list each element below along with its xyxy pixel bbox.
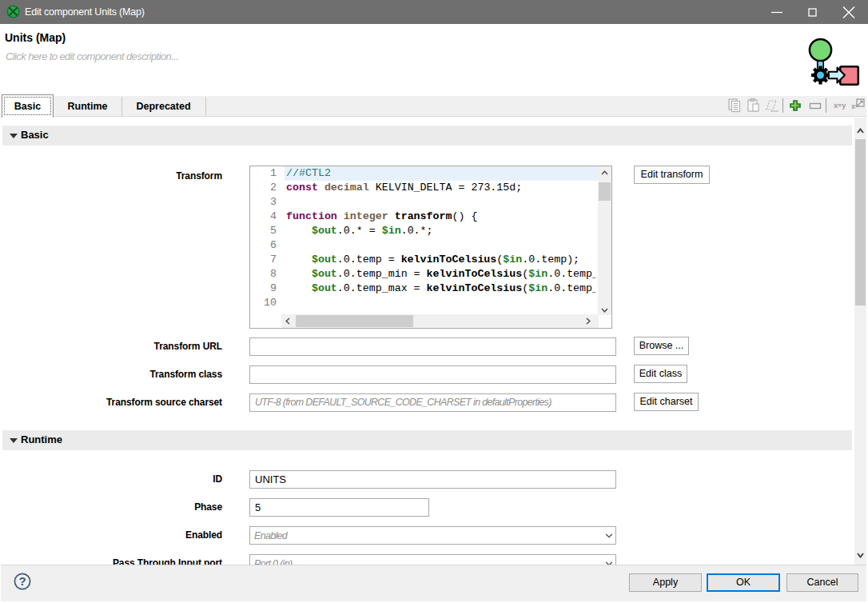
svg-text:x=y: x=y <box>834 102 846 110</box>
svg-text:?: ? <box>18 574 26 588</box>
